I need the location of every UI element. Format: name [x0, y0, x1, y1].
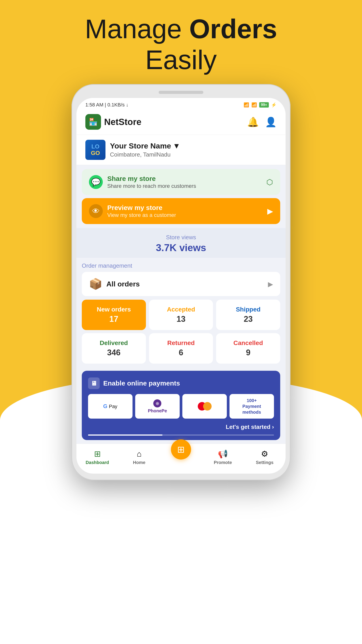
bottom-nav: ⊞ Dashboard ⌂ Home ⊞ 📢 Promote ⚙ Setting…: [76, 444, 286, 474]
phone-screen: 1:58 AM | 0.1KB/s ↓ 📶 📶 99+ ⚡ 🏪 NetStore…: [76, 98, 286, 474]
share-card-subtitle: Share more to reach more customers: [107, 183, 196, 189]
top-nav: 🏪 NetStore 🔔 👤: [76, 110, 286, 135]
share-card-left: 💬 Share my store Share more to reach mor…: [89, 175, 196, 189]
signal-icon: 📶: [244, 102, 249, 108]
order-management-label: Order management: [82, 258, 280, 272]
store-views-label: Store views: [82, 234, 280, 241]
progress-fill: [88, 434, 162, 436]
preview-my-store-card[interactable]: 👁 Preview my store View my store as a cu…: [82, 198, 280, 224]
all-orders-card[interactable]: 📦 All orders ▶: [82, 272, 280, 296]
status-icons: 📶 📶 99+ ⚡: [244, 102, 277, 108]
nav-dashboard[interactable]: ⊞ Dashboard: [76, 448, 118, 467]
store-info: Your Store Name ▼ Coimbatore, TamilNadu: [110, 142, 277, 158]
returned-label: Returned: [153, 340, 210, 346]
title-manage: Manage: [85, 14, 189, 44]
accepted-orders-card[interactable]: Accepted 13: [149, 300, 213, 330]
nav-promote[interactable]: 📢 Promote: [202, 448, 244, 467]
mastercard-card[interactable]: [182, 394, 227, 418]
charging-icon: ⚡: [271, 102, 277, 108]
gpay-card[interactable]: G Pay: [88, 394, 132, 418]
title-orders: Orders: [189, 14, 277, 44]
phone-speaker: [159, 91, 203, 94]
battery-icon: 99+: [259, 102, 269, 108]
preview-arrow-icon: ▶: [267, 206, 273, 216]
returned-count: 6: [153, 348, 210, 357]
payment-section: 🖥 Enable online payments G Pay ⊕ PhonePe: [82, 371, 280, 440]
eye-icon: 👁: [89, 204, 103, 218]
settings-icon: ⚙: [261, 449, 268, 459]
store-views-section: Store views 3.7K views: [76, 228, 286, 258]
new-orders-card[interactable]: New orders 17: [82, 300, 146, 330]
dropdown-icon: ▼: [173, 142, 180, 150]
cancelled-label: Cancelled: [220, 340, 277, 346]
mastercard-logo: [198, 402, 212, 410]
app-logo: 🏪 NetStore: [85, 114, 141, 130]
home-icon: ⌂: [137, 449, 142, 459]
new-orders-count: 17: [85, 314, 142, 324]
payment-icon: 🖥: [88, 378, 100, 389]
gpay-logo: G Pay: [103, 403, 117, 410]
app-logo-icon: 🏪: [85, 114, 101, 130]
order-management-section: Order management 📦 All orders ▶ New orde…: [76, 258, 286, 371]
nav-home[interactable]: ⌂ Home: [118, 448, 160, 467]
phonepe-icon: ⊕: [153, 399, 161, 408]
delivered-label: Delivered: [85, 340, 142, 346]
home-label: Home: [133, 460, 145, 465]
action-cards: 💬 Share my store Share more to reach mor…: [76, 165, 286, 228]
center-fab-button[interactable]: ⊞: [171, 440, 191, 460]
shipped-orders-card[interactable]: Shipped 23: [216, 300, 280, 330]
lets-get-started-btn[interactable]: Let's get started ›: [88, 422, 274, 431]
shipped-label: Shipped: [220, 306, 277, 313]
promote-icon: 📢: [218, 449, 228, 459]
nav-settings[interactable]: ⚙ Settings: [244, 448, 286, 467]
payment-header: 🖥 Enable online payments: [88, 378, 274, 389]
dashboard-icon: ⊞: [94, 449, 101, 459]
share-icon: ⬡: [266, 178, 273, 186]
more-methods-text: 100+Paymentmethods: [242, 398, 261, 415]
all-orders-left: 📦 All orders: [89, 278, 140, 290]
payment-methods: G Pay ⊕ PhonePe: [88, 394, 274, 418]
app-name: NetStore: [104, 117, 141, 127]
returned-orders-card[interactable]: Returned 6: [149, 333, 213, 364]
phonepe-card[interactable]: ⊕ PhonePe: [135, 394, 180, 418]
payment-title: Enable online payments: [103, 380, 180, 387]
logo-go: GO: [91, 150, 100, 156]
cancelled-count: 9: [220, 348, 277, 357]
shipped-count: 23: [220, 314, 277, 324]
orders-grid-row1: New orders 17 Accepted 13 Shipped 23: [82, 300, 280, 330]
preview-card-title: Preview my store: [107, 204, 176, 212]
all-orders-arrow-icon: ▶: [268, 280, 273, 288]
preview-card-text: Preview my store View my store as a cust…: [107, 204, 176, 218]
delivered-orders-card[interactable]: Delivered 346: [82, 333, 146, 364]
logo-lo: LO: [91, 143, 99, 150]
phonepe-text: PhonePe: [148, 408, 167, 414]
status-bar: 1:58 AM | 0.1KB/s ↓ 📶 📶 99+ ⚡: [76, 98, 286, 110]
store-name[interactable]: Your Store Name ▼: [110, 142, 277, 150]
new-orders-label: New orders: [85, 306, 142, 313]
title-easily: Easily: [145, 45, 217, 75]
all-orders-text: All orders: [106, 280, 140, 288]
box-icon: 📦: [89, 278, 102, 290]
user-profile-icon[interactable]: 👤: [265, 116, 277, 128]
accepted-label: Accepted: [153, 306, 210, 313]
more-methods-card[interactable]: 100+Paymentmethods: [230, 394, 274, 418]
share-my-store-card[interactable]: 💬 Share my store Share more to reach mor…: [82, 169, 280, 195]
cancelled-orders-card[interactable]: Cancelled 9: [216, 333, 280, 364]
delivered-count: 346: [85, 348, 142, 357]
accepted-count: 13: [153, 314, 210, 324]
status-time: 1:58 AM | 0.1KB/s ↓: [85, 102, 128, 108]
share-card-title: Share my store: [107, 175, 196, 182]
nav-actions: 🔔 👤: [247, 116, 277, 128]
phonepe-logo: ⊕ PhonePe: [148, 399, 167, 414]
preview-card-subtitle: View my store as a customer: [107, 212, 176, 218]
store-header: LO GO Your Store Name ▼ Coimbatore, Tami…: [76, 135, 286, 165]
wifi-icon: 📶: [251, 102, 257, 108]
store-location: Coimbatore, TamilNadu: [110, 151, 277, 158]
phone-frame: 1:58 AM | 0.1KB/s ↓ 📶 📶 99+ ⚡ 🏪 NetStore…: [71, 84, 291, 480]
mc-orange-circle: [203, 402, 212, 410]
promote-label: Promote: [214, 460, 232, 465]
orders-grid-row2: Delivered 346 Returned 6 Cancelled 9: [82, 333, 280, 364]
whatsapp-icon: 💬: [89, 175, 103, 189]
nav-center-space: ⊞: [160, 448, 202, 467]
bell-icon[interactable]: 🔔: [247, 116, 259, 128]
